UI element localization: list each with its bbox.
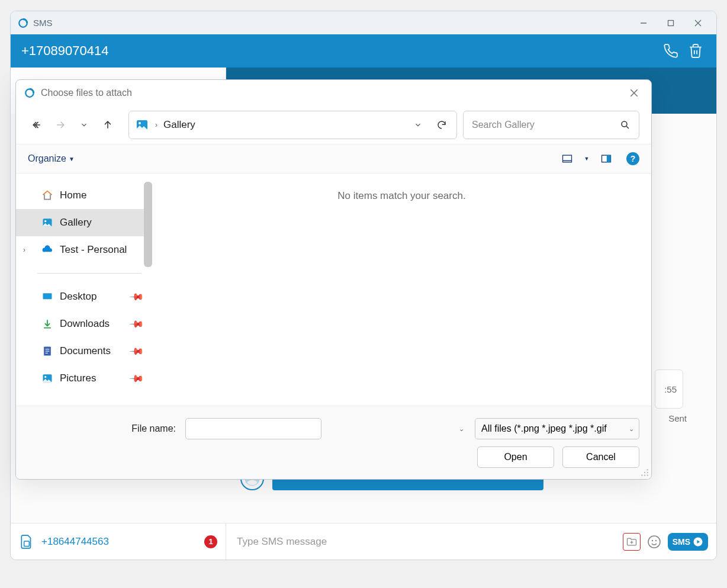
pin-icon: 📌 [128,316,145,332]
search-input[interactable] [472,120,620,130]
svg-rect-25 [563,155,572,162]
nav-back-button[interactable] [28,116,46,134]
svg-point-39 [44,376,46,378]
dialog-titlebar: Choose files to attach [16,80,651,106]
help-button[interactable]: ? [626,152,639,165]
sidebar-item-onedrive[interactable]: › Test - Personal [16,236,152,264]
onedrive-icon [41,243,54,256]
dialog-close-button[interactable] [625,84,643,102]
file-name-label: File name: [28,423,179,434]
breadcrumb-dropdown[interactable] [409,116,427,134]
dialog-footer: File name: ⌄ All files (*.png *.jpeg *.j… [16,406,651,479]
file-type-filter[interactable]: All files (*.png *.jpeg *.jpg *.gif ⌄ [475,418,639,439]
svg-point-11 [655,539,656,541]
sidebar-item-label: Desktop [60,291,96,303]
svg-point-22 [139,122,141,124]
pin-icon: 📌 [128,343,145,359]
nav-forward-button[interactable] [52,116,69,134]
sidebar-item-documents[interactable]: Documents 📌 [16,338,152,365]
own-phone-number[interactable]: +18644744563 [41,536,109,548]
emoji-button[interactable] [645,533,663,551]
footer: +18644744563 1 SMS [11,523,716,560]
file-name-dropdown-icon[interactable]: ⌄ [459,425,464,433]
close-button[interactable] [684,11,712,34]
sidebar-item-label: Test - Personal [60,244,127,256]
sidebar-item-desktop[interactable]: Desktop 📌 [16,283,152,310]
minimize-button[interactable] [630,11,657,34]
empty-state-message: No items match your search. [337,190,465,202]
breadcrumb-location[interactable]: Gallery [163,119,195,131]
app-logo-icon [18,18,28,28]
breadcrumb-path[interactable]: › Gallery [128,111,457,139]
window-title: SMS [33,18,53,28]
preview-pane-button[interactable] [598,150,615,167]
nav-up-button[interactable] [99,116,117,134]
sidebar-item-pictures[interactable]: Pictures 📌 [16,365,152,392]
sidebar-item-label: Documents [60,345,111,357]
contact-phone-number: +17089070414 [21,43,108,59]
gallery-icon [41,216,54,229]
downloads-icon [41,317,54,330]
svg-rect-6 [24,541,30,546]
compose-input[interactable] [234,531,618,552]
maximize-button[interactable] [657,11,684,34]
svg-line-24 [626,126,629,128]
search-box[interactable] [463,111,639,139]
resize-grip-icon[interactable] [641,468,649,477]
dialog-app-icon [24,88,35,98]
compose-area: SMS [226,531,716,552]
documents-icon [41,345,54,358]
dialog-body: Home Gallery › Test - Personal Desktop 📌… [16,173,651,406]
svg-point-45 [647,475,648,476]
view-mode-dropdown[interactable]: ▼ [583,150,591,167]
nav-recent-dropdown[interactable] [75,116,93,134]
view-mode-button[interactable] [559,150,575,167]
sidebar-item-label: Pictures [60,372,96,384]
outgoing-message-bubble: :55 [655,369,683,409]
conversation-header: +17089070414 [11,34,716,68]
svg-point-23 [622,121,627,127]
message-status-label: Sent [668,413,687,423]
cancel-button[interactable]: Cancel [562,446,639,468]
organize-menu[interactable]: Organize ▼ [28,153,75,164]
attach-file-button[interactable] [623,533,641,551]
svg-point-10 [651,539,652,541]
unread-badge: 1 [204,535,217,548]
titlebar: SMS [11,11,716,34]
pictures-icon [41,372,54,385]
file-name-input[interactable] [185,418,321,439]
svg-point-44 [644,475,645,476]
sidebar-item-home[interactable]: Home [16,182,152,209]
send-sms-button[interactable]: SMS [668,533,708,551]
call-button[interactable] [661,41,681,61]
file-picker-dialog: Choose files to attach › Gallery Organiz… [15,79,652,480]
dialog-title: Choose files to attach [41,88,132,98]
svg-point-42 [647,472,648,473]
svg-point-43 [641,475,642,476]
refresh-button[interactable] [433,116,451,134]
sidebar-item-downloads[interactable]: Downloads 📌 [16,310,152,338]
desktop-icon [41,290,54,303]
svg-point-41 [644,472,645,473]
file-list-area: No items match your search. [152,173,651,406]
expand-icon[interactable]: › [23,246,25,254]
sidebar-item-gallery[interactable]: Gallery [16,209,152,236]
open-button[interactable]: Open [477,446,554,468]
sidebar-item-label: Downloads [60,318,110,330]
chevron-down-icon: ⌄ [629,425,634,433]
file-type-filter-label: All files (*.png *.jpeg *.jpg *.gif [481,423,607,434]
home-icon [41,189,54,202]
sidebar-item-label: Gallery [60,217,92,229]
breadcrumb-separator-icon: › [155,121,157,129]
svg-point-9 [648,536,660,548]
sidebar-scrollbar[interactable] [144,182,152,267]
message-time-fragment: :55 [664,384,677,394]
search-icon [620,120,631,130]
svg-rect-31 [43,293,52,299]
pin-icon: 📌 [128,370,145,387]
gallery-icon [135,118,149,132]
dialog-toolbar: Organize ▼ ▼ ? [16,144,651,173]
delete-conversation-button[interactable] [686,41,706,61]
svg-rect-2 [668,20,674,25]
organize-label: Organize [28,153,66,164]
